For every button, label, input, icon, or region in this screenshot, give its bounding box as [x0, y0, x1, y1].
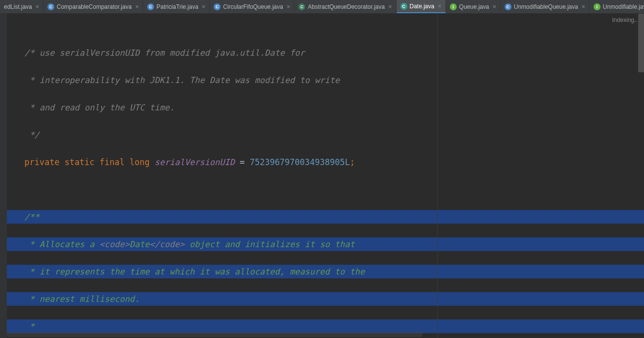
tab-8[interactable]: IUnmodifiable.jav [590, 0, 644, 13]
close-icon[interactable]: × [35, 3, 39, 10]
close-icon[interactable]: × [581, 3, 585, 10]
tab-label: AbstractQueueDecorator.java [308, 3, 384, 10]
close-icon[interactable]: × [202, 3, 206, 10]
file-type-icon: C [147, 3, 154, 10]
code-area[interactable]: /* use serialVersionUID from modified ja… [7, 14, 644, 338]
tab-3[interactable]: CCircularFifoQueue.java× [210, 0, 294, 13]
tab-7[interactable]: CUnmodifiableQueue.java× [501, 0, 590, 13]
tab-2[interactable]: CPatriciaTrie.java× [143, 0, 210, 13]
tab-5[interactable]: CDate.java× [397, 0, 446, 13]
tab-label: PatriciaTrie.java [156, 3, 199, 10]
gutter [0, 14, 7, 338]
close-icon[interactable]: × [492, 3, 496, 10]
scrollbar-horizontal[interactable] [7, 332, 422, 337]
close-icon[interactable]: × [388, 3, 392, 10]
close-icon[interactable]: × [287, 3, 290, 10]
close-icon[interactable]: × [438, 2, 442, 10]
close-icon[interactable]: × [135, 3, 139, 10]
file-type-icon: C [214, 3, 221, 10]
tab-label: Queue.java [459, 3, 489, 10]
tab-label: Date.java [410, 3, 435, 10]
tab-label: Unmodifiable.jav [603, 3, 644, 10]
file-type-icon: I [594, 3, 600, 10]
file-type-icon: C [298, 3, 305, 10]
tab-0[interactable]: edList.java× [0, 0, 44, 13]
tab-4[interactable]: CAbstractQueueDecorator.java× [294, 0, 396, 13]
file-type-icon: C [505, 3, 511, 10]
scrollbar-vertical[interactable] [638, 14, 644, 72]
tab-label: CircularFifoQueue.java [223, 3, 283, 10]
editor: /* use serialVersionUID from modified ja… [0, 14, 644, 338]
file-type-icon: C [47, 3, 54, 10]
tab-label: edList.java [4, 3, 32, 10]
tab-label: ComparableComparator.java [57, 3, 132, 10]
file-type-icon: I [450, 3, 457, 10]
tab-1[interactable]: CComparableComparator.java× [44, 0, 143, 13]
file-type-icon: C [400, 3, 407, 10]
tab-bar: edList.java×CComparableComparator.java×C… [0, 0, 644, 14]
column-guide [437, 14, 438, 338]
tab-label: UnmodifiableQueue.java [514, 3, 578, 10]
tab-6[interactable]: IQueue.java× [446, 0, 501, 13]
